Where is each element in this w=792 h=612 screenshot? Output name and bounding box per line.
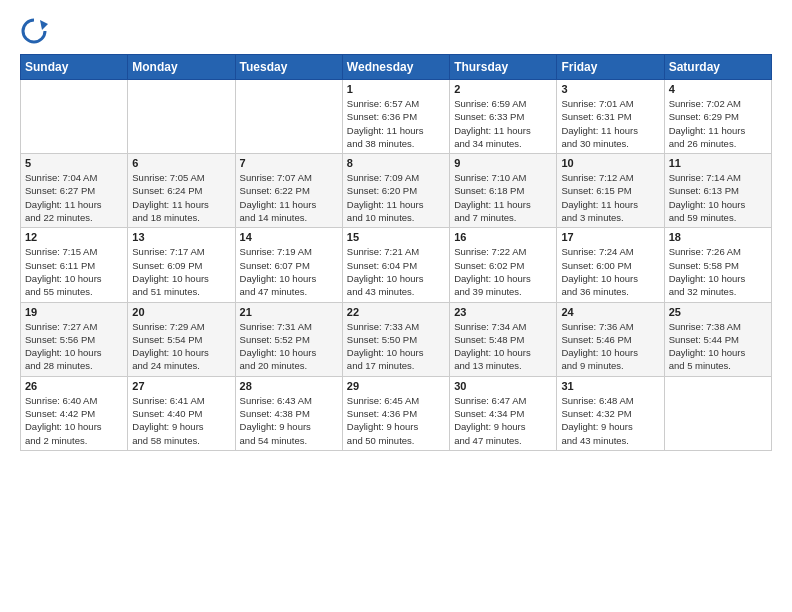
calendar-week-row: 26Sunrise: 6:40 AM Sunset: 4:42 PM Dayli…	[21, 376, 772, 450]
day-info: Sunrise: 6:48 AM Sunset: 4:32 PM Dayligh…	[561, 394, 659, 447]
day-number: 2	[454, 83, 552, 95]
day-info: Sunrise: 6:40 AM Sunset: 4:42 PM Dayligh…	[25, 394, 123, 447]
calendar-cell: 21Sunrise: 7:31 AM Sunset: 5:52 PM Dayli…	[235, 302, 342, 376]
day-info: Sunrise: 7:36 AM Sunset: 5:46 PM Dayligh…	[561, 320, 659, 373]
day-number: 9	[454, 157, 552, 169]
calendar-cell: 18Sunrise: 7:26 AM Sunset: 5:58 PM Dayli…	[664, 228, 771, 302]
weekday-header: Saturday	[664, 55, 771, 80]
day-info: Sunrise: 7:21 AM Sunset: 6:04 PM Dayligh…	[347, 245, 445, 298]
day-number: 11	[669, 157, 767, 169]
day-info: Sunrise: 7:04 AM Sunset: 6:27 PM Dayligh…	[25, 171, 123, 224]
weekday-header: Thursday	[450, 55, 557, 80]
calendar-cell	[235, 80, 342, 154]
day-number: 20	[132, 306, 230, 318]
calendar-cell: 23Sunrise: 7:34 AM Sunset: 5:48 PM Dayli…	[450, 302, 557, 376]
calendar-cell: 27Sunrise: 6:41 AM Sunset: 4:40 PM Dayli…	[128, 376, 235, 450]
day-number: 22	[347, 306, 445, 318]
day-number: 4	[669, 83, 767, 95]
calendar-cell	[128, 80, 235, 154]
day-info: Sunrise: 7:05 AM Sunset: 6:24 PM Dayligh…	[132, 171, 230, 224]
day-number: 28	[240, 380, 338, 392]
calendar-cell: 5Sunrise: 7:04 AM Sunset: 6:27 PM Daylig…	[21, 154, 128, 228]
day-number: 27	[132, 380, 230, 392]
day-info: Sunrise: 6:41 AM Sunset: 4:40 PM Dayligh…	[132, 394, 230, 447]
day-info: Sunrise: 7:31 AM Sunset: 5:52 PM Dayligh…	[240, 320, 338, 373]
calendar-cell: 10Sunrise: 7:12 AM Sunset: 6:15 PM Dayli…	[557, 154, 664, 228]
logo	[20, 16, 52, 44]
calendar-cell: 28Sunrise: 6:43 AM Sunset: 4:38 PM Dayli…	[235, 376, 342, 450]
day-info: Sunrise: 7:10 AM Sunset: 6:18 PM Dayligh…	[454, 171, 552, 224]
weekday-header: Monday	[128, 55, 235, 80]
calendar-cell: 17Sunrise: 7:24 AM Sunset: 6:00 PM Dayli…	[557, 228, 664, 302]
day-info: Sunrise: 6:43 AM Sunset: 4:38 PM Dayligh…	[240, 394, 338, 447]
calendar-cell: 11Sunrise: 7:14 AM Sunset: 6:13 PM Dayli…	[664, 154, 771, 228]
day-info: Sunrise: 6:57 AM Sunset: 6:36 PM Dayligh…	[347, 97, 445, 150]
day-info: Sunrise: 7:17 AM Sunset: 6:09 PM Dayligh…	[132, 245, 230, 298]
day-info: Sunrise: 7:26 AM Sunset: 5:58 PM Dayligh…	[669, 245, 767, 298]
day-number: 24	[561, 306, 659, 318]
calendar-cell: 9Sunrise: 7:10 AM Sunset: 6:18 PM Daylig…	[450, 154, 557, 228]
weekday-header-row: SundayMondayTuesdayWednesdayThursdayFrid…	[21, 55, 772, 80]
day-number: 1	[347, 83, 445, 95]
day-number: 21	[240, 306, 338, 318]
calendar-cell: 30Sunrise: 6:47 AM Sunset: 4:34 PM Dayli…	[450, 376, 557, 450]
calendar-cell: 20Sunrise: 7:29 AM Sunset: 5:54 PM Dayli…	[128, 302, 235, 376]
calendar-week-row: 1Sunrise: 6:57 AM Sunset: 6:36 PM Daylig…	[21, 80, 772, 154]
calendar-cell: 24Sunrise: 7:36 AM Sunset: 5:46 PM Dayli…	[557, 302, 664, 376]
calendar-cell: 6Sunrise: 7:05 AM Sunset: 6:24 PM Daylig…	[128, 154, 235, 228]
day-number: 31	[561, 380, 659, 392]
calendar-cell: 31Sunrise: 6:48 AM Sunset: 4:32 PM Dayli…	[557, 376, 664, 450]
day-info: Sunrise: 7:29 AM Sunset: 5:54 PM Dayligh…	[132, 320, 230, 373]
day-number: 18	[669, 231, 767, 243]
day-info: Sunrise: 7:27 AM Sunset: 5:56 PM Dayligh…	[25, 320, 123, 373]
day-number: 10	[561, 157, 659, 169]
day-number: 15	[347, 231, 445, 243]
calendar-week-row: 19Sunrise: 7:27 AM Sunset: 5:56 PM Dayli…	[21, 302, 772, 376]
day-number: 25	[669, 306, 767, 318]
day-number: 6	[132, 157, 230, 169]
calendar-cell: 3Sunrise: 7:01 AM Sunset: 6:31 PM Daylig…	[557, 80, 664, 154]
day-number: 14	[240, 231, 338, 243]
calendar-cell: 22Sunrise: 7:33 AM Sunset: 5:50 PM Dayli…	[342, 302, 449, 376]
day-info: Sunrise: 7:09 AM Sunset: 6:20 PM Dayligh…	[347, 171, 445, 224]
day-info: Sunrise: 7:07 AM Sunset: 6:22 PM Dayligh…	[240, 171, 338, 224]
day-number: 13	[132, 231, 230, 243]
calendar-cell: 26Sunrise: 6:40 AM Sunset: 4:42 PM Dayli…	[21, 376, 128, 450]
calendar-cell: 13Sunrise: 7:17 AM Sunset: 6:09 PM Dayli…	[128, 228, 235, 302]
day-number: 19	[25, 306, 123, 318]
day-info: Sunrise: 6:47 AM Sunset: 4:34 PM Dayligh…	[454, 394, 552, 447]
calendar-cell: 25Sunrise: 7:38 AM Sunset: 5:44 PM Dayli…	[664, 302, 771, 376]
day-number: 23	[454, 306, 552, 318]
day-info: Sunrise: 7:22 AM Sunset: 6:02 PM Dayligh…	[454, 245, 552, 298]
calendar-cell: 16Sunrise: 7:22 AM Sunset: 6:02 PM Dayli…	[450, 228, 557, 302]
day-info: Sunrise: 7:19 AM Sunset: 6:07 PM Dayligh…	[240, 245, 338, 298]
day-number: 30	[454, 380, 552, 392]
day-number: 7	[240, 157, 338, 169]
calendar-cell: 2Sunrise: 6:59 AM Sunset: 6:33 PM Daylig…	[450, 80, 557, 154]
day-info: Sunrise: 7:24 AM Sunset: 6:00 PM Dayligh…	[561, 245, 659, 298]
calendar-cell: 4Sunrise: 7:02 AM Sunset: 6:29 PM Daylig…	[664, 80, 771, 154]
calendar-cell: 12Sunrise: 7:15 AM Sunset: 6:11 PM Dayli…	[21, 228, 128, 302]
calendar-cell	[664, 376, 771, 450]
day-info: Sunrise: 7:15 AM Sunset: 6:11 PM Dayligh…	[25, 245, 123, 298]
weekday-header: Sunday	[21, 55, 128, 80]
day-number: 5	[25, 157, 123, 169]
day-info: Sunrise: 7:14 AM Sunset: 6:13 PM Dayligh…	[669, 171, 767, 224]
day-info: Sunrise: 6:59 AM Sunset: 6:33 PM Dayligh…	[454, 97, 552, 150]
day-number: 26	[25, 380, 123, 392]
svg-marker-0	[40, 20, 48, 30]
day-number: 16	[454, 231, 552, 243]
day-info: Sunrise: 7:34 AM Sunset: 5:48 PM Dayligh…	[454, 320, 552, 373]
logo-icon	[20, 16, 48, 44]
calendar-cell: 8Sunrise: 7:09 AM Sunset: 6:20 PM Daylig…	[342, 154, 449, 228]
calendar-week-row: 5Sunrise: 7:04 AM Sunset: 6:27 PM Daylig…	[21, 154, 772, 228]
calendar-cell	[21, 80, 128, 154]
day-info: Sunrise: 7:02 AM Sunset: 6:29 PM Dayligh…	[669, 97, 767, 150]
calendar-cell: 7Sunrise: 7:07 AM Sunset: 6:22 PM Daylig…	[235, 154, 342, 228]
day-number: 29	[347, 380, 445, 392]
calendar-week-row: 12Sunrise: 7:15 AM Sunset: 6:11 PM Dayli…	[21, 228, 772, 302]
day-info: Sunrise: 7:12 AM Sunset: 6:15 PM Dayligh…	[561, 171, 659, 224]
weekday-header: Tuesday	[235, 55, 342, 80]
day-info: Sunrise: 7:33 AM Sunset: 5:50 PM Dayligh…	[347, 320, 445, 373]
calendar-table: SundayMondayTuesdayWednesdayThursdayFrid…	[20, 54, 772, 451]
